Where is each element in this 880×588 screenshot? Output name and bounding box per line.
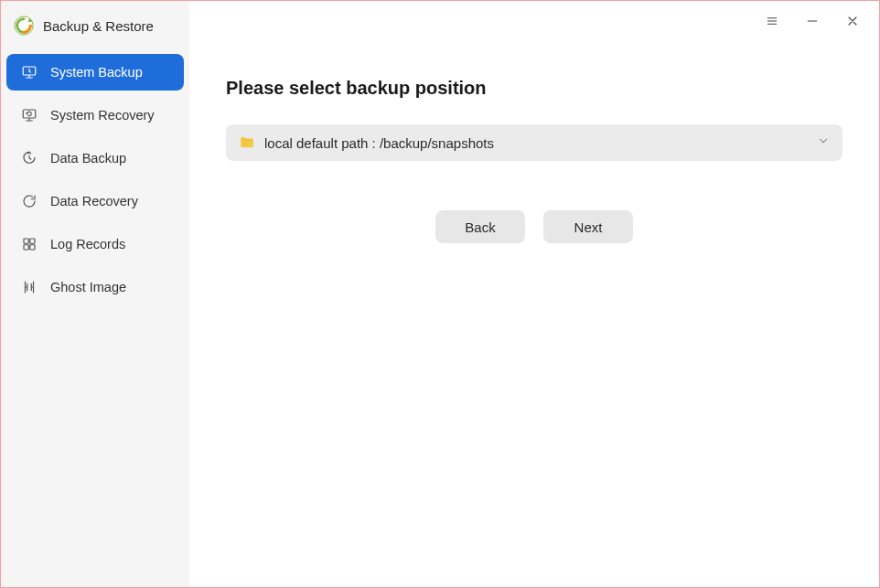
sidebar-header: Backup & Restore bbox=[1, 5, 189, 52]
data-recovery-icon bbox=[21, 193, 38, 209]
folder-icon bbox=[239, 134, 255, 151]
sidebar: Backup & Restore System Backup Syste bbox=[1, 1, 189, 587]
system-backup-icon bbox=[21, 64, 38, 80]
app-title: Backup & Restore bbox=[43, 18, 154, 34]
back-button[interactable]: Back bbox=[435, 210, 525, 243]
main-content: Please select backup position local defa… bbox=[189, 1, 879, 587]
sidebar-item-log-records[interactable]: Log Records bbox=[6, 226, 184, 262]
system-recovery-icon bbox=[21, 107, 38, 123]
backup-path-selector[interactable]: local default path : /backup/snapshots bbox=[226, 124, 842, 161]
svg-rect-6 bbox=[24, 245, 28, 250]
svg-rect-7 bbox=[30, 245, 35, 250]
app-logo-icon bbox=[14, 16, 34, 36]
ghost-image-icon bbox=[21, 279, 38, 295]
sidebar-item-label: System Backup bbox=[50, 65, 143, 80]
sidebar-item-data-backup[interactable]: Data Backup bbox=[6, 140, 184, 176]
next-button[interactable]: Next bbox=[543, 210, 633, 243]
sidebar-item-ghost-image[interactable]: Ghost Image bbox=[6, 269, 184, 305]
svg-rect-4 bbox=[24, 239, 28, 243]
close-button[interactable] bbox=[844, 13, 861, 29]
titlebar-controls bbox=[764, 1, 879, 41]
button-row: Back Next bbox=[226, 210, 842, 243]
sidebar-item-label: Log Records bbox=[50, 237, 125, 251]
data-backup-icon bbox=[21, 150, 38, 166]
sidebar-item-system-backup[interactable]: System Backup bbox=[6, 54, 184, 91]
chevron-down-icon bbox=[817, 134, 830, 151]
backup-path-text: local default path : /backup/snapshots bbox=[264, 135, 808, 151]
minimize-button[interactable] bbox=[804, 13, 821, 29]
app-window: Backup & Restore System Backup Syste bbox=[1, 1, 879, 587]
svg-rect-3 bbox=[23, 110, 36, 118]
log-records-icon bbox=[21, 236, 38, 252]
page-title: Please select backup position bbox=[226, 78, 842, 99]
svg-rect-5 bbox=[30, 239, 35, 243]
sidebar-item-data-recovery[interactable]: Data Recovery bbox=[6, 183, 184, 219]
sidebar-item-label: Data Recovery bbox=[50, 194, 138, 208]
sidebar-item-label: Ghost Image bbox=[50, 280, 126, 294]
sidebar-item-label: System Recovery bbox=[50, 108, 155, 123]
sidebar-item-label: Data Backup bbox=[50, 151, 126, 166]
menu-button[interactable] bbox=[764, 13, 780, 29]
sidebar-item-system-recovery[interactable]: System Recovery bbox=[6, 97, 184, 134]
